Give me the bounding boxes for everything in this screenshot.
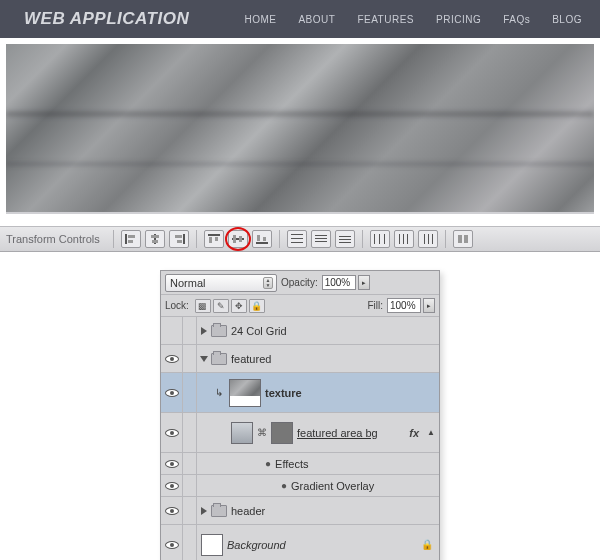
svg-rect-27 xyxy=(374,234,375,244)
layer-label: 24 Col Grid xyxy=(231,325,287,337)
layer-thumbnail[interactable] xyxy=(201,534,223,556)
visibility-toggle[interactable] xyxy=(161,475,183,496)
fx-disclosure-icon[interactable]: ▲ xyxy=(427,428,435,437)
eye-icon xyxy=(165,429,179,437)
svg-rect-2 xyxy=(128,240,133,243)
visibility-toggle[interactable] xyxy=(161,497,183,524)
layer-label: header xyxy=(231,505,265,517)
align-top-edges-icon[interactable] xyxy=(204,230,224,248)
svg-rect-15 xyxy=(256,242,268,244)
clipping-mask-arrow-icon: ↳ xyxy=(215,387,223,398)
fill-flyout-icon[interactable]: ▸ xyxy=(423,298,435,313)
svg-rect-16 xyxy=(257,235,260,241)
fill-input[interactable]: 100% xyxy=(387,298,421,313)
vector-mask-thumbnail[interactable] xyxy=(231,422,253,444)
distribute-hcenter-icon[interactable] xyxy=(394,230,414,248)
layer-background[interactable]: Background 🔒 xyxy=(161,525,439,560)
svg-rect-17 xyxy=(263,237,266,241)
svg-rect-9 xyxy=(208,234,220,236)
layer-featured-area-bg[interactable]: ⌘ featured area bg fx ▲ xyxy=(161,413,439,453)
lock-transparency-icon[interactable]: ▩ xyxy=(195,299,211,313)
distribute-top-icon[interactable] xyxy=(287,230,307,248)
opacity-flyout-icon[interactable]: ▸ xyxy=(358,275,370,290)
link-col xyxy=(183,453,197,474)
visibility-toggle[interactable] xyxy=(161,525,183,560)
distribute-right-icon[interactable] xyxy=(418,230,438,248)
layer-thumbnail[interactable] xyxy=(271,422,293,444)
align-vertical-centers-icon[interactable] xyxy=(228,230,248,248)
disclosure-triangle-icon[interactable] xyxy=(200,356,208,362)
eye-icon xyxy=(165,460,179,468)
lock-pixels-icon[interactable]: ✎ xyxy=(213,299,229,313)
layers-panel-header: Normal Opacity: 100% ▸ xyxy=(161,271,439,295)
mask-link-icon[interactable]: ⌘ xyxy=(257,427,267,438)
lock-label: Lock: xyxy=(165,300,189,311)
nav-features[interactable]: FEATURES xyxy=(357,14,414,25)
layer-24-col-grid[interactable]: 24 Col Grid xyxy=(161,317,439,345)
layer-effects[interactable]: ● Effects xyxy=(161,453,439,475)
align-bottom-edges-icon[interactable] xyxy=(252,230,272,248)
layer-featured-group[interactable]: featured xyxy=(161,345,439,373)
eye-icon xyxy=(165,541,179,549)
svg-rect-18 xyxy=(291,234,303,235)
link-col xyxy=(183,413,197,452)
layers-lock-row: Lock: ▩ ✎ ✥ 🔒 Fill: 100% ▸ xyxy=(161,295,439,317)
opacity-input[interactable]: 100% xyxy=(322,275,356,290)
folder-icon xyxy=(211,325,227,337)
svg-rect-13 xyxy=(233,235,236,243)
disclosure-triangle-icon[interactable] xyxy=(201,327,207,335)
svg-rect-0 xyxy=(125,234,127,244)
svg-rect-14 xyxy=(239,236,242,242)
align-left-edges-icon[interactable] xyxy=(121,230,141,248)
folder-icon xyxy=(211,353,227,365)
nav-home[interactable]: HOME xyxy=(244,14,276,25)
svg-rect-32 xyxy=(407,234,408,244)
layer-thumbnail[interactable] xyxy=(229,379,261,407)
visibility-toggle[interactable] xyxy=(161,345,183,372)
nav-faqs[interactable]: FAQs xyxy=(503,14,530,25)
disclosure-triangle-icon[interactable] xyxy=(201,507,207,515)
fx-badge[interactable]: fx xyxy=(409,427,419,439)
distribute-left-icon[interactable] xyxy=(370,230,390,248)
visibility-toggle[interactable] xyxy=(161,373,183,412)
visibility-toggle[interactable] xyxy=(161,317,183,344)
svg-rect-21 xyxy=(315,235,327,236)
svg-rect-6 xyxy=(183,234,185,244)
link-col xyxy=(183,475,197,496)
distribute-vcenter-icon[interactable] xyxy=(311,230,331,248)
nav-pricing[interactable]: PRICING xyxy=(436,14,481,25)
link-col xyxy=(183,317,197,344)
svg-rect-24 xyxy=(339,236,351,237)
layer-label: Effects xyxy=(275,458,308,470)
lock-icon: 🔒 xyxy=(421,539,433,550)
svg-rect-35 xyxy=(432,234,433,244)
svg-rect-36 xyxy=(458,235,462,243)
transform-controls-label: Transform Controls xyxy=(6,233,100,245)
layer-header-group[interactable]: header xyxy=(161,497,439,525)
visibility-toggle[interactable] xyxy=(161,453,183,474)
svg-rect-4 xyxy=(151,235,159,238)
hero-texture-area xyxy=(6,44,594,214)
svg-rect-25 xyxy=(339,239,351,240)
layer-label: Gradient Overlay xyxy=(291,480,374,492)
svg-rect-22 xyxy=(315,238,327,239)
lock-all-icon[interactable]: 🔒 xyxy=(249,299,265,313)
nav-about[interactable]: ABOUT xyxy=(298,14,335,25)
nav-blog[interactable]: BLOG xyxy=(552,14,582,25)
visibility-toggle[interactable] xyxy=(161,413,183,452)
svg-rect-34 xyxy=(428,234,429,244)
eye-icon xyxy=(165,482,179,490)
svg-rect-30 xyxy=(399,234,400,244)
layer-label: texture xyxy=(265,387,302,399)
auto-align-icon[interactable] xyxy=(453,230,473,248)
layers-list: 24 Col Grid featured ↳ texture xyxy=(161,317,439,560)
blend-mode-dropdown[interactable]: Normal xyxy=(165,274,277,292)
align-horizontal-centers-icon[interactable] xyxy=(145,230,165,248)
eye-icon xyxy=(165,389,179,397)
layer-texture[interactable]: ↳ texture xyxy=(161,373,439,413)
eye-icon xyxy=(165,507,179,515)
layer-gradient-overlay[interactable]: ● Gradient Overlay xyxy=(161,475,439,497)
lock-position-icon[interactable]: ✥ xyxy=(231,299,247,313)
align-right-edges-icon[interactable] xyxy=(169,230,189,248)
distribute-bottom-icon[interactable] xyxy=(335,230,355,248)
